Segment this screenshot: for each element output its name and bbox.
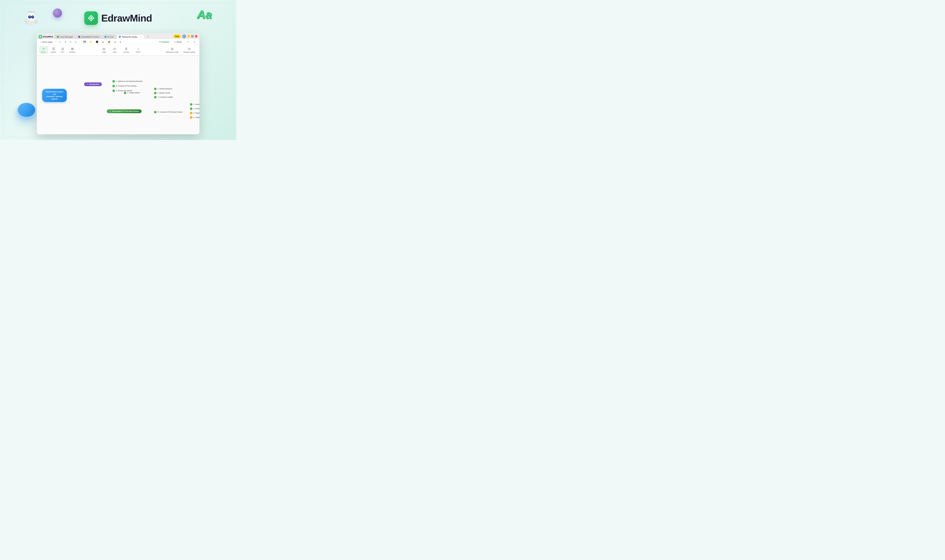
filter-label: Filter [102,51,106,53]
ppt-mode-button[interactable]: ⊡ PPT [58,46,67,54]
check-icon-1: ✓ [112,80,115,83]
intro-child-2: ✓ B. Purpose Of The Meeting [112,84,137,87]
market-child-2-label: 2. Market Trends [157,92,170,94]
mindmap-icon: ✂ [43,47,45,51]
check-icon-intro: ✓ [87,83,88,85]
outline-icon: ☰ [52,47,55,51]
check-button[interactable]: ☑ [113,40,117,44]
redo-dropdown[interactable]: ▾ [74,40,77,44]
check-icon-pres: ✓ [109,110,111,112]
insert-label: Insert [136,51,140,53]
tab-edrawmind-product[interactable]: EdrawMind Product [76,35,102,39]
check-icon-m2: ✓ [154,92,157,94]
introduction-label: Introduction [89,83,99,85]
overview-child-4-label: 4. Usage Scenario [193,116,199,118]
mindmap-mode-button[interactable]: ✂ Mind... [39,46,48,54]
insert-button[interactable]: + Insert [134,46,142,54]
browser-window: EdrawMind User Manager EdrawMind Product… [37,33,199,134]
overview-label: B. Overview Of The New Product [157,111,182,113]
minimalist-mode-button[interactable]: ⊟ Minimalist mode [164,46,181,54]
tab-close-button[interactable]: ✕ [140,36,142,38]
toolbar-row-1: ⌂ Home page ↩ ▾ ↪ ▾ 💾 📁 ⬛ 🖨 📤 ☑ ▾ ✈ Publ… [37,39,199,45]
display-setting-icon: ⊡ [188,47,191,51]
minimalist-label: Minimalist mode [166,51,179,53]
filter-button[interactable]: ⊟ Filter [100,46,108,54]
outline-label: Outline [51,51,56,53]
insert-icon: + [137,47,139,51]
check-icon-m1: ✓ [154,88,157,90]
market-child-3: ✓ 3. Customer Insights [154,95,173,98]
window-minimize-button[interactable] [187,35,190,38]
tab-ai-use[interactable]: AI Use [102,35,116,39]
check-icon-ov1: ✓ [190,103,192,106]
export-button[interactable]: 📤 [107,40,111,44]
mindmap-label: Mind... [41,51,46,53]
undo-button[interactable]: ↩ [58,40,62,44]
undo-dropdown[interactable]: ▾ [64,40,67,44]
new-tab-button[interactable]: + [146,34,150,39]
sort-icon: ☰ [125,47,128,51]
layout-button[interactable]: ⬛ [95,40,99,44]
browser-brand-name: EdrawMind [43,36,53,38]
ppt-icon: ⊡ [62,47,64,51]
help-button[interactable]: ? [185,40,190,44]
window-close-button[interactable] [195,35,197,38]
tab-user-manager[interactable]: User Manager [54,35,75,39]
folder-button[interactable]: 📁 [88,40,93,44]
tab-taking-postg[interactable]: Taking the postg... ✕ [116,35,145,39]
toolbar-row-2: ✂ Mind... ☰ Outline ⊡ PPT ⊞ Kanban [37,45,199,55]
kanban-label: Kanban [69,51,75,53]
tab-label-ai-use: AI Use [107,36,114,38]
tab-icon-taking-postg [119,36,121,38]
presentation-node: ✓ Presentation Of The New Product [107,109,142,113]
check-icon-3: ✓ [112,89,115,92]
buy-button[interactable]: buy [173,35,181,38]
overview-child-3: ◑ 3. Target Audience [190,111,199,114]
hero-logo-row: EdrawMind [84,11,152,25]
intro-child-1: ✓ A. Welcome And Opening Remarks [112,79,143,83]
half-check-icon-2: ◑ [190,116,192,118]
more-button[interactable]: ▾ [119,40,122,44]
redo-button[interactable]: ↪ [69,40,72,44]
home-icon: ⌂ [40,41,42,43]
collapse-button[interactable]: ∧ [192,40,197,44]
tab-bar: EdrawMind User Manager EdrawMind Product… [37,33,199,39]
presentation-pill: ✓ Presentation Of The New Product [107,109,142,113]
tab-icon-user-manager [57,36,59,38]
target-market-node: ✓ A. Target Market [124,91,140,94]
toolbar-right-tools: ⊟ Minimalist mode ⊡ Display Setting [164,46,197,54]
share-icon: ⎋ [174,41,176,43]
sort-label: Sort By [123,51,129,53]
window-maximize-button[interactable] [191,35,194,38]
market-child-2: ✓ 2. Market Trends [154,91,170,94]
find-icon: ⊡ [113,47,116,51]
check-icon-ov: ✓ [154,111,157,113]
tab-label-edrawmind-product: EdrawMind Product [81,36,99,38]
overview-node: ✓ B. Overview Of The New Product [154,110,182,113]
edrawmind-logo-icon [84,11,98,25]
overview-child-1-label: 1. Features [193,103,199,105]
tab-label-taking-postg: Taking the postg... [122,36,139,38]
intro-child-2-label: B. Purpose Of The Meeting [116,85,137,87]
central-node-text: "New Product Launch andPromotion" Meetin… [46,91,63,100]
check-icon-ov2: ✓ [190,108,192,110]
share-button[interactable]: ⎋ Share [172,40,184,44]
home-page-button[interactable]: ⌂ Home page [39,40,54,44]
publish-label: Publish [162,41,169,43]
toolbar-center-tools: ⊟ Filter ⊡ Find ☰ Sort By + Insert [80,46,163,54]
kanban-icon: ⊞ [71,47,74,51]
sort-by-button[interactable]: ☰ Sort By [122,46,131,54]
save-button[interactable]: 💾 [82,40,87,44]
print-button[interactable]: 🖨 [101,40,105,44]
display-setting-button[interactable]: ⊡ Display Setting [182,46,197,54]
outline-mode-button[interactable]: ☰ Outline [49,46,58,54]
kanban-mode-button[interactable]: ⊞ Kanban [67,46,77,54]
half-check-icon: ◑ [190,112,192,114]
overview-child-2: ✓ 2. Positioning [190,106,199,110]
user-avatar[interactable] [182,34,186,38]
publish-icon: ✈ [159,41,161,43]
presentation-label: Presentation Of The New Product [112,110,139,112]
find-button[interactable]: ⊡ Find [111,46,118,54]
separator-2 [80,40,80,43]
publish-button[interactable]: ✈ Publish [157,40,171,44]
